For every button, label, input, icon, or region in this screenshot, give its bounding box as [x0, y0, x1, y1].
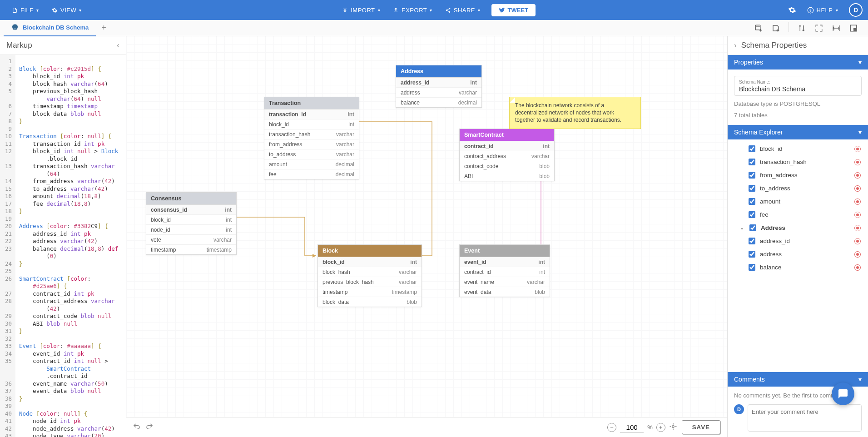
table-column-row[interactable]: addressvarchar [396, 87, 481, 97]
file-menu[interactable]: FILE ▾ [5, 4, 45, 16]
zoom-out-button[interactable]: − [607, 423, 616, 432]
visibility-checkbox[interactable] [749, 264, 755, 271]
visibility-checkbox[interactable] [749, 224, 756, 231]
table-smartcontract[interactable]: SmartContract contract_idintcontract_add… [459, 129, 555, 181]
add-tab-button[interactable]: + [96, 20, 112, 35]
table-consensus[interactable]: Consensus consensus_idintblock_idintnode… [146, 192, 237, 255]
table-address[interactable]: Address address_idintaddressvarcharbalan… [396, 65, 482, 108]
table-column-row[interactable]: contract_idint [460, 141, 554, 151]
explorer-column-row[interactable]: fee [728, 208, 868, 221]
table-column-row[interactable]: block_idint [318, 257, 422, 267]
add-table-tool[interactable] [752, 22, 765, 35]
visibility-checkbox[interactable] [749, 145, 755, 152]
expander-icon[interactable]: ⌄ [739, 225, 745, 231]
table-event[interactable]: Event event_idintcontract_idintevent_nam… [459, 244, 550, 297]
chat-fab[interactable] [832, 382, 854, 405]
help-menu[interactable]: ? HELP ▾ [804, 4, 842, 16]
table-column-row[interactable]: block_idint [146, 214, 236, 224]
table-column-row[interactable]: block_datablob [318, 297, 422, 307]
minimap-tool[interactable] [847, 22, 860, 35]
table-column-row[interactable]: event_namevarchar [460, 277, 550, 287]
tweet-button[interactable]: TWEET [491, 4, 536, 16]
target-icon[interactable] [854, 146, 861, 152]
table-column-row[interactable]: from_addressvarchar [264, 139, 359, 149]
user-avatar[interactable]: D [849, 3, 863, 17]
fit-tool[interactable] [813, 22, 825, 35]
table-column-row[interactable]: event_datablob [460, 287, 550, 297]
explorer-column-row[interactable]: amount [728, 195, 868, 208]
table-column-row[interactable]: node_idint [146, 224, 236, 234]
sort-tool[interactable] [795, 22, 808, 35]
explorer-column-row[interactable]: address [728, 248, 868, 261]
table-column-row[interactable]: ABIblob [460, 171, 554, 181]
visibility-checkbox[interactable] [749, 172, 755, 179]
comment-input[interactable] [748, 404, 862, 432]
table-column-row[interactable]: event_idint [460, 257, 550, 267]
export-menu[interactable]: EXPORT ▾ [387, 4, 439, 16]
visibility-checkbox[interactable] [749, 198, 755, 205]
explorer-column-row[interactable]: to_address [728, 182, 868, 195]
sticky-note[interactable]: The blockchain network consists of a dec… [509, 97, 641, 129]
table-column-row[interactable]: votevarchar [146, 234, 236, 244]
table-column-row[interactable]: transaction_hashvarchar [264, 129, 359, 139]
properties-section-header[interactable]: Properties ▾ [728, 55, 868, 70]
undo-button[interactable] [133, 422, 141, 432]
target-icon[interactable] [854, 251, 861, 258]
table-column-row[interactable]: contract_codeblob [460, 161, 554, 171]
table-column-row[interactable]: block_idint [264, 119, 359, 129]
explorer-table-row[interactable]: ⌄Address [728, 221, 868, 234]
table-column-row[interactable]: timestamptimestamp [146, 244, 236, 254]
explorer-column-row[interactable]: address_id [728, 234, 868, 248]
visibility-checkbox[interactable] [749, 159, 755, 165]
explorer-column-row[interactable]: block_id [728, 142, 868, 155]
target-icon[interactable] [854, 199, 861, 205]
target-icon[interactable] [854, 225, 861, 231]
target-icon[interactable] [854, 185, 861, 192]
target-icon[interactable] [854, 159, 861, 165]
target-icon[interactable] [854, 264, 861, 271]
schema-name-field[interactable]: Schema Name: Blockchain DB Schema [734, 76, 862, 96]
table-transaction[interactable]: Transaction transaction_idintblock_idint… [264, 97, 359, 179]
save-button[interactable]: SAVE [682, 420, 720, 434]
zoom-in-button[interactable]: + [656, 423, 665, 432]
explorer-column-row[interactable]: transaction_hash [728, 155, 868, 169]
target-icon[interactable] [854, 172, 861, 179]
table-column-row[interactable]: transaction_idint [264, 109, 359, 119]
table-column-row[interactable]: contract_idint [460, 267, 550, 277]
target-icon[interactable] [854, 238, 861, 244]
visibility-checkbox[interactable] [749, 185, 755, 192]
redo-button[interactable] [145, 422, 154, 432]
view-menu[interactable]: VIEW ▾ [45, 4, 88, 16]
code-content[interactable]: Block [color: #c2915d] { block_id int pk… [15, 55, 122, 437]
table-column-row[interactable]: address_idint [396, 78, 481, 87]
markup-editor[interactable]: 1 2 3 4 5 6 7 8 9 10 11 12 13 14 15 16 1… [0, 55, 126, 437]
target-scroll-icon[interactable] [669, 422, 677, 432]
table-column-row[interactable]: consensus_idint [146, 205, 236, 214]
import-menu[interactable]: IMPORT ▾ [336, 4, 387, 16]
table-column-row[interactable]: previous_block_hashvarchar [318, 277, 422, 287]
table-column-row[interactable]: timestamptimestamp [318, 287, 422, 297]
table-column-row[interactable]: balancedecimal [396, 97, 481, 107]
visibility-checkbox[interactable] [749, 211, 755, 218]
table-column-row[interactable]: amountdecimal [264, 159, 359, 169]
settings-icon[interactable] [788, 6, 796, 14]
zoom-input[interactable] [620, 422, 644, 432]
visibility-checkbox[interactable] [749, 251, 755, 258]
tab-schema[interactable]: Blockchain DB Schema [4, 20, 96, 36]
width-tool[interactable] [830, 22, 843, 35]
share-menu[interactable]: SHARE ▾ [439, 4, 487, 16]
table-block[interactable]: Block block_idintblock_hashvarcharprevio… [317, 244, 422, 307]
add-note-tool[interactable] [769, 22, 782, 35]
explorer-column-row[interactable]: balance [728, 261, 868, 274]
table-column-row[interactable]: contract_addressvarchar [460, 151, 554, 161]
explorer-body[interactable]: block_idtransaction_hashfrom_addressto_a… [728, 139, 868, 372]
collapse-markup-button[interactable]: ‹ [117, 41, 119, 50]
visibility-checkbox[interactable] [749, 238, 755, 244]
table-column-row[interactable]: block_hashvarchar [318, 267, 422, 277]
table-column-row[interactable]: to_addressvarchar [264, 149, 359, 159]
explorer-column-row[interactable]: from_address [728, 169, 868, 182]
collapse-right-button[interactable]: › [734, 41, 737, 50]
table-column-row[interactable]: feedecimal [264, 169, 359, 179]
target-icon[interactable] [854, 212, 861, 218]
diagram-canvas[interactable]: Consensus consensus_idintblock_idintnode… [126, 36, 727, 437]
